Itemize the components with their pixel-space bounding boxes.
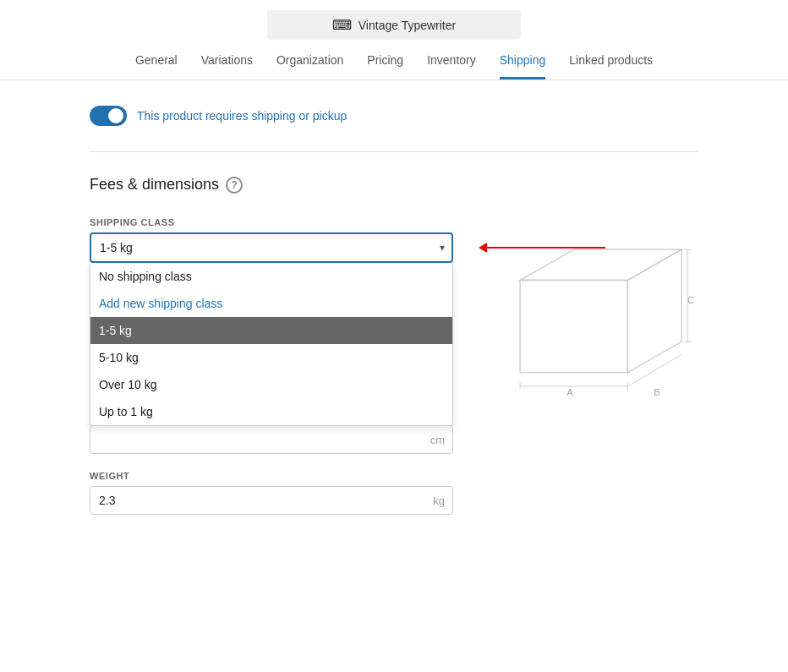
nav-tabs: General Variations Organization Pricing … — [0, 40, 788, 80]
tab-shipping[interactable]: Shipping — [500, 53, 546, 79]
tab-linked-products[interactable]: Linked products — [569, 53, 653, 79]
svg-text:C: C — [687, 295, 694, 305]
shipping-class-menu[interactable]: No shipping class Add new shipping class… — [90, 263, 453, 426]
weight-input[interactable]: 2.3 — [90, 486, 453, 515]
box-illustration: A B C — [487, 234, 707, 403]
weight-input-wrapper: 2.3 kg — [90, 486, 453, 515]
height-input[interactable] — [90, 425, 453, 454]
shipping-toggle[interactable] — [90, 106, 127, 126]
arrow-head-icon — [479, 243, 487, 253]
product-title: Vintage Typewriter — [358, 19, 456, 32]
product-icon: ⌨ — [332, 17, 352, 33]
tab-inventory[interactable]: Inventory — [427, 53, 476, 79]
shipping-class-label: SHIPPING CLASS — [90, 217, 453, 227]
shipping-class-select[interactable]: 1-5 kg — [90, 232, 453, 263]
tab-variations[interactable]: Variations — [201, 53, 253, 79]
shipping-class-dropdown-container: 1-5 kg ▾ No shipping class Add new shipp… — [90, 232, 453, 263]
option-up-to-1-kg[interactable]: Up to 1 kg — [90, 398, 452, 425]
option-no-shipping[interactable]: No shipping class — [90, 263, 452, 290]
tab-pricing[interactable]: Pricing — [367, 53, 403, 79]
arrow-line — [487, 247, 605, 249]
arrow-annotation — [479, 243, 605, 253]
fields-and-illustration: SHIPPING CLASS 1-5 kg ▾ No shipping clas… — [90, 217, 698, 532]
product-title-bar: ⌨ Vintage Typewriter — [267, 10, 521, 40]
option-5-10-kg[interactable]: 5-10 kg — [90, 344, 452, 371]
top-bar: ⌨ Vintage Typewriter — [0, 0, 788, 40]
svg-marker-2 — [627, 249, 681, 372]
toggle-knob — [108, 108, 123, 123]
option-over-10-kg[interactable]: Over 10 kg — [90, 371, 452, 398]
shipping-toggle-row: This product requires shipping or pickup — [90, 106, 698, 126]
svg-text:B: B — [654, 387, 659, 397]
option-1-5-kg[interactable]: 1-5 kg — [90, 317, 452, 344]
toggle-label: This product requires shipping or pickup — [137, 109, 347, 123]
shipping-class-dropdown-wrapper: 1-5 kg ▾ — [90, 232, 453, 263]
svg-text:A: A — [567, 387, 574, 397]
main-content: This product requires shipping or pickup… — [56, 80, 732, 557]
svg-marker-1 — [520, 249, 681, 280]
option-add-new[interactable]: Add new shipping class — [90, 290, 452, 317]
section-title-text: Fees & dimensions — [90, 176, 219, 194]
tab-organization[interactable]: Organization — [276, 53, 343, 79]
left-column: SHIPPING CLASS 1-5 kg ▾ No shipping clas… — [90, 217, 453, 532]
section-divider — [90, 151, 698, 152]
weight-field: WEIGHT 2.3 kg — [90, 471, 453, 515]
svg-marker-0 — [520, 281, 627, 373]
shipping-class-field: SHIPPING CLASS 1-5 kg ▾ No shipping clas… — [90, 217, 453, 263]
help-icon[interactable]: ? — [226, 177, 243, 194]
section-title-fees: Fees & dimensions ? — [90, 176, 698, 194]
weight-label: WEIGHT — [90, 471, 453, 481]
svg-line-9 — [627, 355, 681, 386]
tab-general[interactable]: General — [135, 53, 178, 79]
height-input-wrapper: cm — [90, 425, 453, 454]
